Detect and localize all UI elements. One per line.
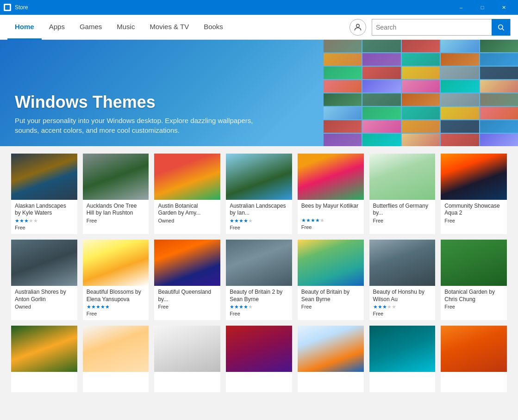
item-stars: ★★★★★	[373, 304, 432, 310]
minimize-button[interactable]: –	[450, 0, 472, 15]
nav-music[interactable]: Music	[109, 15, 142, 40]
item-name: Aucklands One Tree Hill by Ian Rushton	[87, 203, 145, 217]
nav-home[interactable]: Home	[7, 15, 42, 40]
item-card[interactable]: Austin Botanical Garden by Amy... Owned	[154, 154, 220, 234]
item-thumbnail-image	[298, 240, 364, 286]
item-card[interactable]: Beautiful Queensland by... Free	[154, 240, 220, 320]
hero-cell	[362, 134, 400, 146]
item-card[interactable]: Beauty of Britain 2 by Sean Byrne ★★★★★ …	[226, 240, 292, 320]
item-card[interactable]	[441, 326, 507, 392]
item-info: Aucklands One Tree Hill by Ian Rushton F…	[83, 200, 149, 227]
hero-cell	[324, 67, 362, 79]
star-icon: ★	[230, 304, 234, 309]
item-info	[154, 372, 220, 392]
hero-cell	[402, 93, 440, 106]
hero-cell	[324, 107, 362, 119]
item-card[interactable]: Aucklands One Tree Hill by Ian Rushton F…	[83, 154, 149, 234]
item-name: Austin Botanical Garden by Amy...	[158, 203, 217, 217]
item-name	[444, 375, 503, 389]
hero-cell	[324, 93, 362, 106]
items-grid-row1: Alaskan Landscapes by Kyle Waters ★★★★★ …	[11, 154, 507, 234]
item-thumbnail	[11, 240, 77, 286]
item-card[interactable]: Australian Shores by Anton Gorlin Owned	[11, 240, 77, 320]
item-card[interactable]: Alaskan Landscapes by Kyle Waters ★★★★★ …	[11, 154, 77, 234]
hero-cell	[480, 134, 518, 146]
hero-title: Windows Themes	[15, 93, 256, 112]
nav-games[interactable]: Games	[72, 15, 109, 40]
hero-cell	[402, 40, 440, 52]
item-name: Australian Landscapes by Ian...	[230, 203, 288, 217]
item-price: Free	[230, 311, 288, 316]
item-thumbnail	[369, 240, 436, 286]
item-card[interactable]: Botanical Garden by Chris Chung Free	[441, 240, 507, 320]
item-name: Beautiful Blossoms by Elena Yansupova	[87, 289, 145, 303]
item-thumbnail	[441, 240, 507, 286]
item-price: Owned	[15, 304, 74, 309]
item-info: Botanical Garden by Chris Chung Free	[441, 286, 507, 313]
item-thumbnail	[154, 240, 220, 286]
star-icon: ★	[87, 304, 91, 309]
close-button[interactable]: ✕	[493, 0, 514, 15]
item-thumbnail-image	[83, 240, 149, 286]
item-stars: ★★★★★	[230, 304, 288, 310]
star-icon: ★	[19, 218, 24, 223]
item-card[interactable]	[83, 326, 149, 392]
item-card[interactable]	[154, 326, 220, 392]
item-thumbnail	[226, 326, 292, 372]
item-card[interactable]: Beauty of Honshu by Wilson Au ★★★★★ Free	[369, 240, 436, 320]
item-thumbnail	[441, 154, 507, 200]
item-info: Beauty of Honshu by Wilson Au ★★★★★ Free	[369, 286, 436, 320]
nav-movies-tv[interactable]: Movies & TV	[142, 15, 196, 40]
star-icon: ★	[234, 218, 239, 223]
star-icon: ★	[248, 304, 253, 309]
item-card[interactable]: Australian Landscapes by Ian... ★★★★★ Fr…	[226, 154, 292, 234]
hero-cell	[480, 40, 518, 52]
item-card[interactable]	[369, 326, 436, 392]
hero-cell	[362, 80, 400, 93]
item-thumbnail-image	[298, 326, 364, 372]
item-card[interactable]	[11, 326, 77, 392]
star-icon: ★	[243, 218, 248, 223]
item-thumbnail	[369, 154, 436, 200]
hero-cell	[402, 107, 440, 119]
item-price: Free	[15, 225, 74, 230]
item-info	[226, 372, 292, 392]
hero-cell	[324, 40, 362, 52]
items-grid-row3	[11, 326, 507, 392]
hero-subtitle: Put your personality into your Windows d…	[15, 116, 256, 135]
item-name: Beauty of Britain 2 by Sean Byrne	[230, 289, 288, 303]
search-input[interactable]	[372, 19, 492, 35]
nav-books[interactable]: Books	[196, 15, 231, 40]
star-icon: ★	[306, 217, 311, 223]
item-card[interactable]	[298, 326, 364, 392]
item-thumbnail	[369, 326, 436, 372]
item-card[interactable]: Beauty of Britain by Sean Byrne Free	[298, 240, 364, 320]
item-card[interactable]: Bees by Mayur Kotlikar ★★★★★ Free	[298, 154, 364, 234]
item-card[interactable]	[226, 326, 292, 392]
nav-apps[interactable]: Apps	[42, 15, 72, 40]
item-thumbnail-image	[226, 154, 292, 200]
item-card[interactable]: Beautiful Blossoms by Elena Yansupova ★★…	[83, 240, 149, 320]
hero-cell	[362, 93, 400, 106]
search-button[interactable]	[492, 19, 510, 36]
star-icon: ★	[100, 304, 105, 309]
hero-banner: Windows Themes Put your personality into…	[0, 40, 518, 146]
item-price: Free	[373, 218, 432, 223]
item-thumbnail	[83, 326, 149, 372]
item-stars: ★★★★★	[230, 218, 288, 224]
item-name: Bees by Mayur Kotlikar	[301, 203, 360, 216]
hero-cell	[480, 120, 518, 133]
item-info: Beauty of Britain by Sean Byrne Free	[298, 286, 364, 313]
item-thumbnail-image	[298, 154, 364, 200]
item-card[interactable]: Butterflies of Germany by... Free	[369, 154, 436, 234]
maximize-button[interactable]: □	[472, 0, 493, 15]
item-stars: ★★★★★	[15, 218, 74, 224]
item-thumbnail-image	[369, 240, 436, 286]
star-icon: ★	[24, 218, 29, 223]
user-icon[interactable]	[349, 19, 366, 36]
item-thumbnail-image	[83, 326, 149, 372]
items-grid-row2: Australian Shores by Anton Gorlin Owned …	[11, 240, 507, 320]
hero-cell	[441, 53, 479, 66]
item-card[interactable]: Community Showcase Aqua 2 Free	[441, 154, 507, 234]
item-price: Free	[87, 311, 145, 316]
